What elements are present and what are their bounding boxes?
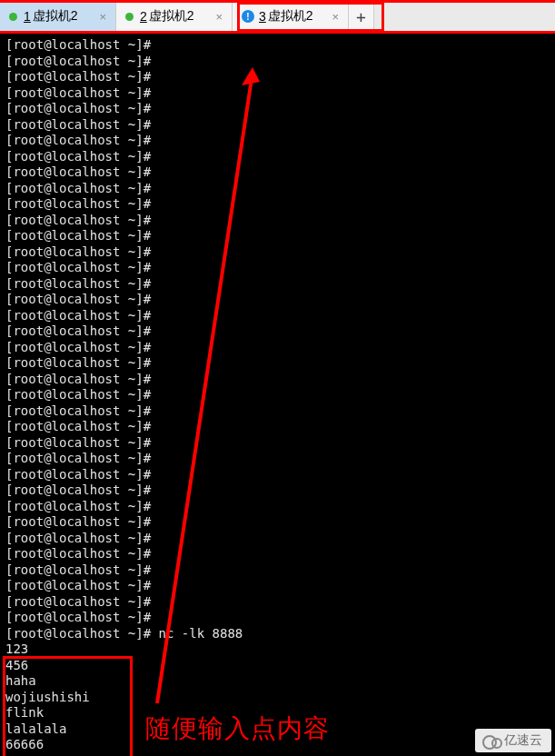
watermark-label: 亿速云 — [504, 732, 542, 749]
close-icon[interactable]: × — [97, 10, 108, 24]
terminal-prompt-line: [root@localhost ~]# — [5, 323, 550, 340]
terminal-prompt-line: [root@localhost ~]# — [5, 164, 550, 181]
terminal-prompt-line: [root@localhost ~]# — [5, 181, 550, 197]
status-dot-icon — [9, 13, 17, 21]
add-tab-button[interactable]: + — [349, 0, 374, 33]
annotation-text: 随便输入点内容 — [145, 711, 330, 746]
terminal-prompt-line: [root@localhost ~]# — [5, 419, 550, 435]
tab-3[interactable]: ! 3 虚拟机2 × — [233, 0, 349, 33]
terminal-prompt-line: [root@localhost ~]# — [5, 117, 550, 134]
cloud-icon — [482, 735, 500, 746]
terminal-output-line: haha — [5, 673, 550, 690]
terminal-prompt-line: [root@localhost ~]# — [5, 101, 550, 117]
terminal-prompt-line: [root@localhost ~]# — [5, 340, 550, 356]
terminal-prompt-line: [root@localhost ~]# — [5, 403, 550, 420]
terminal-prompt-line: [root@localhost ~]# — [5, 546, 550, 562]
tab-number: 2 — [140, 9, 147, 24]
terminal-prompt-line: [root@localhost ~]# — [5, 387, 550, 403]
watermark: 亿速云 — [475, 729, 551, 752]
terminal-prompt-line: [root@localhost ~]# — [5, 372, 550, 388]
terminal-prompt-line: [root@localhost ~]# — [5, 562, 550, 579]
close-icon[interactable]: × — [330, 10, 341, 24]
terminal-prompt-line: [root@localhost ~]# — [5, 149, 550, 165]
terminal-prompt-line: [root@localhost ~]# — [5, 482, 550, 499]
terminal-prompt-line: [root@localhost ~]# — [5, 594, 550, 611]
terminal-prompt-line: [root@localhost ~]# — [5, 467, 550, 483]
terminal-prompt-line: [root@localhost ~]# — [5, 355, 550, 372]
terminal-prompt-line: [root@localhost ~]# — [5, 578, 550, 594]
terminal-prompt-line: [root@localhost ~]# — [5, 85, 550, 102]
terminal-output: [root@localhost ~]#[root@localhost ~]#[r… — [5, 37, 550, 753]
terminal-prompt-line: [root@localhost ~]# — [5, 244, 550, 261]
tab-2[interactable]: 2 虚拟机2 × — [116, 0, 233, 33]
terminal-prompt-line: [root@localhost ~]# — [5, 531, 550, 547]
terminal-command-line: [root@localhost ~]# nc -lk 8888 — [5, 626, 550, 642]
terminal-prompt-line: [root@localhost ~]# — [5, 499, 550, 515]
tab-number: 3 — [259, 9, 266, 24]
terminal-output-line: wojiushishi — [5, 690, 550, 706]
tab-bar: 1 虚拟机2 × 2 虚拟机2 × ! 3 虚拟机2 × + — [0, 0, 555, 34]
tab-label: 虚拟机2 — [33, 8, 91, 25]
terminal-prompt-line: [root@localhost ~]# — [5, 54, 550, 70]
tab-label: 虚拟机2 — [268, 8, 323, 25]
terminal-prompt-line: [root@localhost ~]# — [5, 292, 550, 308]
terminal-output-line: 123 — [5, 642, 550, 658]
terminal[interactable]: [root@localhost ~]#[root@localhost ~]#[r… — [0, 34, 555, 756]
terminal-prompt-line: [root@localhost ~]# — [5, 213, 550, 229]
terminal-prompt-line: [root@localhost ~]# — [5, 260, 550, 276]
terminal-prompt-line: [root@localhost ~]# — [5, 37, 550, 54]
terminal-prompt-line: [root@localhost ~]# — [5, 133, 550, 149]
status-dot-icon — [125, 13, 134, 21]
terminal-prompt-line: [root@localhost ~]# — [5, 69, 550, 85]
terminal-prompt-line: [root@localhost ~]# — [5, 196, 550, 213]
tab-label: 虚拟机2 — [149, 8, 207, 25]
tab-1[interactable]: 1 虚拟机2 × — [0, 0, 116, 33]
terminal-prompt-line: [root@localhost ~]# — [5, 514, 550, 531]
terminal-output-line: 456 — [5, 658, 550, 674]
terminal-prompt-line: [root@localhost ~]# — [5, 610, 550, 626]
terminal-prompt-line: [root@localhost ~]# — [5, 228, 550, 244]
terminal-prompt-line: [root@localhost ~]# — [5, 308, 550, 324]
info-icon: ! — [242, 10, 254, 23]
tab-number: 1 — [24, 9, 31, 24]
terminal-prompt-line: [root@localhost ~]# — [5, 276, 550, 293]
terminal-prompt-line: [root@localhost ~]# — [5, 435, 550, 452]
close-icon[interactable]: × — [213, 10, 224, 24]
terminal-prompt-line: [root@localhost ~]# — [5, 451, 550, 467]
